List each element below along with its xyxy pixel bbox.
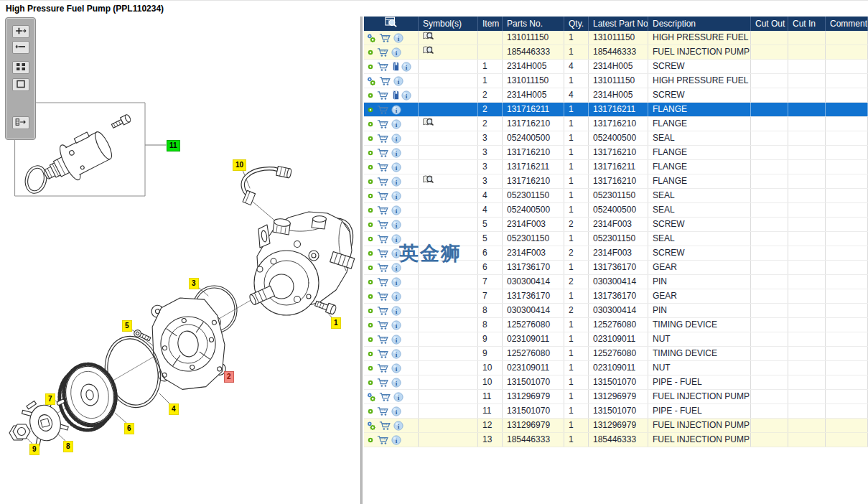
open-book-search-icon[interactable] xyxy=(422,174,434,188)
table-row[interactable]: i52314F00322314F003SCREW xyxy=(364,218,868,232)
kit-gears-icon[interactable] xyxy=(366,392,377,402)
panel-divider[interactable] xyxy=(360,17,363,504)
callout-9[interactable]: 9 xyxy=(29,444,39,455)
callout-8[interactable]: 8 xyxy=(63,441,73,452)
kit-gears-icon[interactable] xyxy=(366,33,377,43)
add-to-cart-icon[interactable] xyxy=(377,349,389,359)
add-to-cart-icon[interactable] xyxy=(377,234,389,244)
table-row[interactable]: i31317162101131716210FLANGE xyxy=(364,146,868,160)
table-row[interactable]: i1310111501131011150HIGH PRESSURE FUEL P… xyxy=(364,31,868,45)
catalog-book-icon[interactable] xyxy=(391,90,399,100)
catalog-book-icon[interactable] xyxy=(391,62,399,71)
table-row[interactable]: i62314F00322314F003SCREW xyxy=(364,246,868,261)
table-row[interactable]: i12314H00542314H005SCREW xyxy=(364,60,868,74)
callout-5[interactable]: 5 xyxy=(122,320,132,332)
info-icon[interactable]: i xyxy=(391,306,401,316)
part-gear-icon[interactable] xyxy=(366,364,375,373)
info-icon[interactable]: i xyxy=(391,363,401,373)
info-icon[interactable]: i xyxy=(391,263,401,273)
table-row[interactable]: i40524005001052400500SEAL xyxy=(364,203,868,218)
column-header-comment[interactable]: Comment xyxy=(826,17,868,31)
part-gear-icon[interactable] xyxy=(366,436,375,444)
add-to-cart-icon[interactable] xyxy=(377,148,389,158)
part-gear-icon[interactable] xyxy=(366,235,375,243)
column-header-parts[interactable]: Parts No. xyxy=(503,17,564,31)
part-gear-icon[interactable] xyxy=(366,192,375,200)
info-icon[interactable]: i xyxy=(391,148,401,158)
add-to-cart-icon[interactable] xyxy=(377,220,389,230)
part-gear-icon[interactable] xyxy=(366,407,375,416)
add-to-cart-icon[interactable] xyxy=(377,248,389,258)
part-gear-icon[interactable] xyxy=(366,163,375,172)
add-to-cart-icon[interactable] xyxy=(377,378,389,388)
table-row[interactable]: i22314H00542314H005SCREW xyxy=(364,88,868,103)
table-row[interactable]: i61317361701131736170GEAR xyxy=(364,261,868,275)
open-book-search-icon[interactable] xyxy=(422,45,434,59)
table-row[interactable]: i21317162111131716211FLANGE xyxy=(364,103,868,117)
part-gear-icon[interactable] xyxy=(366,206,375,215)
add-to-cart-icon[interactable] xyxy=(377,291,389,302)
fit-view-button[interactable] xyxy=(12,61,29,74)
part-gear-icon[interactable] xyxy=(366,278,375,286)
part-gear-icon[interactable] xyxy=(366,378,375,387)
table-row[interactable]: i91252760801125276080TIMING DEVICE xyxy=(364,347,868,361)
callout-10[interactable]: 10 xyxy=(233,159,246,171)
table-row[interactable]: i40523011501052301150SEAL xyxy=(364,189,868,203)
add-to-cart-icon[interactable] xyxy=(377,177,389,187)
info-icon[interactable]: i xyxy=(393,392,403,402)
part-gear-icon[interactable] xyxy=(366,307,375,315)
table-row[interactable]: i101315010701131501070PIPE - FUEL xyxy=(364,375,868,390)
table-row[interactable]: i30524005001052400500SEAL xyxy=(364,131,868,146)
part-gear-icon[interactable] xyxy=(366,263,375,272)
add-to-cart-icon[interactable] xyxy=(379,33,391,43)
info-icon[interactable]: i xyxy=(391,320,401,330)
cell-symbols[interactable] xyxy=(419,174,478,188)
part-gear-icon[interactable] xyxy=(366,120,375,129)
table-row[interactable]: i121312969791131296979FUEL INJECTION PUM… xyxy=(364,419,868,433)
actual-size-button[interactable] xyxy=(12,78,29,91)
callout-2[interactable]: 2 xyxy=(224,371,234,383)
info-icon[interactable]: i xyxy=(391,291,401,302)
table-row[interactable]: i11310111501131011150HIGH PRESSURE FUEL … xyxy=(364,74,868,88)
table-row[interactable]: i71317361701131736170GEAR xyxy=(364,289,868,304)
callout-3[interactable]: 3 xyxy=(189,278,199,289)
zoom-in-button[interactable] xyxy=(12,25,29,38)
part-gear-icon[interactable] xyxy=(366,48,375,57)
part-gear-icon[interactable] xyxy=(366,177,375,186)
table-row[interactable]: i31317162111131716211FLANGE xyxy=(364,160,868,174)
info-icon[interactable]: i xyxy=(391,335,401,345)
info-icon[interactable]: i xyxy=(391,406,401,416)
cell-symbols[interactable] xyxy=(419,45,478,59)
column-header-qty[interactable]: Qty. xyxy=(564,17,589,31)
add-to-cart-icon[interactable] xyxy=(379,76,391,86)
add-to-cart-icon[interactable] xyxy=(377,119,389,129)
add-to-cart-icon[interactable] xyxy=(379,392,391,402)
info-icon[interactable]: i xyxy=(391,47,401,57)
add-to-cart-icon[interactable] xyxy=(377,162,389,172)
callout-11[interactable]: 11 xyxy=(167,140,180,151)
table-row[interactable]: i111315010701131501070PIPE - FUEL xyxy=(364,404,868,419)
info-icon[interactable]: i xyxy=(401,62,411,72)
callout-1[interactable]: 1 xyxy=(331,317,341,329)
column-header-desc[interactable]: Description xyxy=(648,17,751,31)
info-icon[interactable]: i xyxy=(391,162,401,172)
callout-7[interactable]: 7 xyxy=(45,393,55,405)
info-icon[interactable]: i xyxy=(393,33,403,43)
table-row[interactable]: i1854463331185446333FUEL INJECTION PUMP … xyxy=(364,45,868,60)
part-gear-icon[interactable] xyxy=(366,350,375,358)
info-icon[interactable]: i xyxy=(391,248,401,258)
info-icon[interactable]: i xyxy=(391,134,401,144)
add-to-cart-icon[interactable] xyxy=(377,406,389,416)
callout-6[interactable]: 6 xyxy=(124,423,134,434)
add-to-cart-icon[interactable] xyxy=(377,263,389,273)
part-gear-icon[interactable] xyxy=(366,62,375,71)
add-to-cart-icon[interactable] xyxy=(377,335,389,345)
kit-gears-icon[interactable] xyxy=(366,421,377,431)
open-book-search-icon[interactable] xyxy=(422,117,434,131)
table-row[interactable]: i31317162101131716210FLANGE xyxy=(364,174,868,189)
column-header-latest[interactable]: Latest Part No. xyxy=(589,17,648,31)
add-to-cart-icon[interactable] xyxy=(377,205,389,215)
cell-symbols[interactable] xyxy=(419,31,478,45)
info-icon[interactable]: i xyxy=(391,191,401,201)
info-icon[interactable]: i xyxy=(391,205,401,215)
